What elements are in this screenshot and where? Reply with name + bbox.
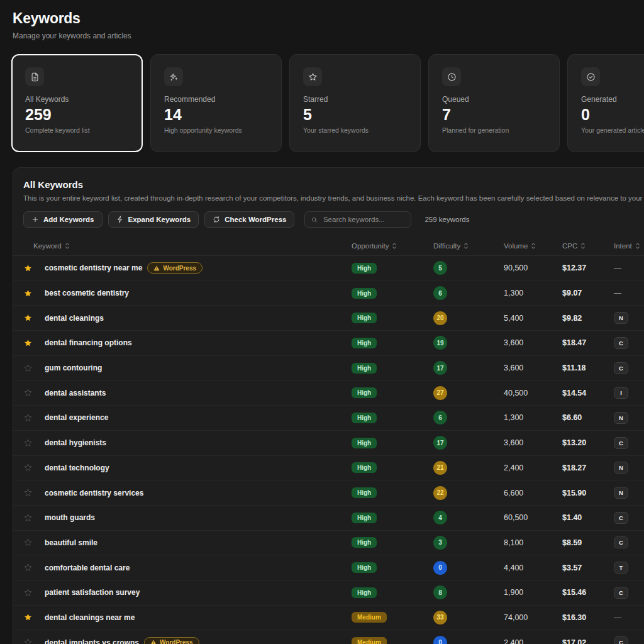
stat-description: Planned for generation [442,126,546,134]
expand-keywords-label: Expand Keywords [128,216,191,223]
cpc-value: $13.20 [562,438,614,447]
star-icon [23,413,33,423]
add-keywords-button[interactable]: Add Keywords [23,211,103,228]
star-toggle[interactable] [23,613,33,622]
opportunity-badge: High [352,338,377,348]
difficulty-badge: 33 [433,611,447,625]
stat-card-starred[interactable]: Starred 5 Your starred keywords [289,54,421,152]
sort-icon [635,242,640,250]
star-toggle[interactable] [23,413,33,423]
search-box[interactable] [304,211,411,228]
intent-value: C [614,437,628,449]
star-toggle[interactable] [23,513,33,523]
keyword-row[interactable]: cosmetic dentistry near me WordPress Hig… [13,256,644,281]
keyword-row[interactable]: best cosmetic dentistry High 6 1,300 $9.… [13,281,644,306]
expand-keywords-button[interactable]: Expand Keywords [108,211,199,228]
star-toggle[interactable] [23,463,33,472]
volume-value: 2,400 [504,638,562,644]
check-wordpress-button[interactable]: Check WordPress [204,211,294,228]
keyword-row[interactable]: dental experience High 6 1,300 $6.60 N [13,406,644,431]
keyword-row[interactable]: dental cleanings near me Medium 33 74,00… [13,606,644,631]
opportunity-badge: High [352,587,377,598]
stat-value: 14 [164,106,268,124]
search-input[interactable] [322,215,405,224]
star-icon [23,588,33,597]
keyword-row[interactable]: cosmetic dentistry services High 22 6,60… [13,480,644,506]
keyword-row[interactable]: gum contouring High 17 3,600 $11.18 C [13,356,644,381]
star-toggle[interactable] [23,364,33,373]
intent-value: — [614,264,621,272]
cpc-value: $9.82 [562,314,614,323]
cpc-value: $1.40 [562,513,614,522]
check-circle-icon [581,67,600,86]
stat-card-generated[interactable]: Generated 0 Your generated articles [567,54,644,152]
opportunity-badge: High [352,562,377,573]
difficulty-badge: 3 [433,536,447,550]
keyword-row[interactable]: dental financing options High 19 3,600 $… [13,331,644,356]
opportunity-badge: High [352,387,377,398]
keyword-row[interactable]: dental assistants High 27 40,500 $14.54 … [13,380,644,406]
column-header-keyword[interactable]: Keyword [33,242,352,250]
cpc-value: $17.02 [562,638,614,644]
column-header-volume[interactable]: Volume [504,242,562,250]
star-toggle[interactable] [23,289,33,298]
wordpress-badge: WordPress [144,637,199,644]
difficulty-badge: 17 [433,436,447,450]
opportunity-badge: High [352,487,377,498]
star-icon [23,388,33,397]
keyword-text: mouth guards [45,513,95,522]
stat-card-recommended[interactable]: Recommended 14 High opportunity keywords [150,54,282,152]
star-icon [23,563,33,572]
volume-value: 2,400 [504,464,562,472]
cpc-value: $15.90 [562,489,614,497]
lightning-icon [116,216,124,223]
keyword-row[interactable]: dental technology High 21 2,400 $18.27 N [13,456,644,481]
star-icon [23,488,33,497]
star-toggle[interactable] [23,388,33,397]
opportunity-badge: High [352,438,377,448]
page-subtitle: Manage your keywords and articles [13,31,631,40]
star-toggle[interactable] [23,313,33,323]
star-toggle[interactable] [23,488,33,497]
stat-card-queued[interactable]: Queued 7 Planned for generation [428,54,560,152]
opportunity-badge: High [352,513,377,523]
keyword-text: comfortable dental care [45,564,130,572]
star-toggle[interactable] [23,563,33,572]
keyword-row[interactable]: mouth guards High 4 60,500 $1.40 C [13,506,644,531]
column-header-cpc[interactable]: CPC [562,242,614,250]
sort-icon [392,242,397,250]
star-toggle[interactable] [23,588,33,597]
keyword-text: patient satisfaction survey [45,588,140,597]
volume-value: 8,100 [504,538,562,547]
star-icon [23,338,33,348]
opportunity-badge: High [352,462,377,473]
volume-value: 3,600 [504,438,562,447]
star-toggle[interactable] [23,638,33,644]
opportunity-badge: High [352,537,377,548]
difficulty-badge: 4 [433,511,447,525]
star-toggle[interactable] [23,338,33,348]
keyword-row[interactable]: beautiful smile High 3 8,100 $8.59 C [13,531,644,556]
difficulty-badge: 0 [433,636,447,644]
column-header-intent[interactable]: Intent [614,242,644,250]
keyword-row[interactable]: patient satisfaction survey High 8 1,900… [13,580,644,606]
keyword-row[interactable]: dental hygienists High 17 3,600 $13.20 C [13,431,644,456]
stat-cards-row: All Keywords 259 Complete keyword list R… [11,54,644,152]
keyword-row[interactable]: dental cleanings High 20 5,400 $9.82 N [13,306,644,331]
star-toggle[interactable] [23,438,33,448]
star-icon [23,538,33,547]
cpc-value: $3.57 [562,564,614,572]
star-icon [23,463,33,472]
keyword-row[interactable]: dental implants vs crowns WordPress Medi… [13,630,644,644]
sort-icon [580,242,586,250]
keyword-row[interactable]: comfortable dental care High 0 4,400 $3.… [13,555,644,580]
column-header-opportunity[interactable]: Opportunity [352,242,433,250]
volume-value: 1,300 [504,289,562,297]
column-header-difficulty[interactable]: Difficulty [433,242,504,250]
star-toggle[interactable] [23,538,33,547]
stat-value: 259 [25,106,129,124]
star-toggle[interactable] [23,264,33,273]
star-icon [23,364,33,373]
stat-card-all-keywords[interactable]: All Keywords 259 Complete keyword list [11,54,143,152]
opportunity-badge: High [352,313,377,323]
